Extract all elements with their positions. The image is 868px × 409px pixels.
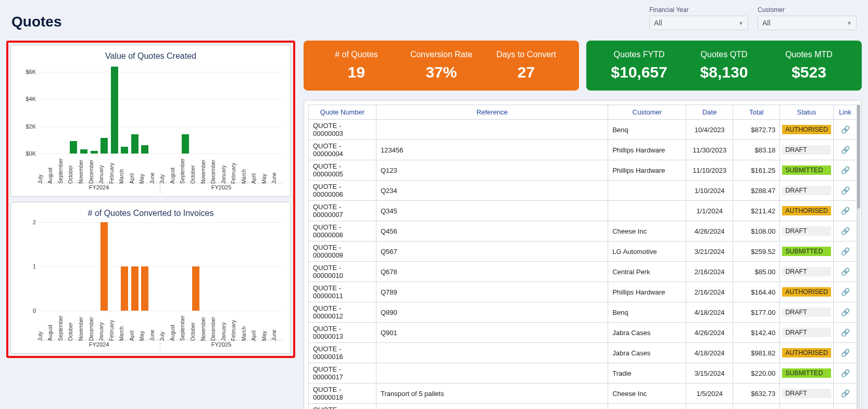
- table-row[interactable]: QUOTE - 00000010Q678Central Perk2/16/202…: [309, 262, 857, 282]
- table-row[interactable]: QUOTE - 00000020QF-1234Tradie2/2/2024$1,…: [309, 404, 857, 410]
- table-row[interactable]: QUOTE - 00000008Q456Cheese Inc4/26/2024$…: [309, 221, 857, 241]
- link-icon[interactable]: 🔗: [841, 267, 850, 276]
- y-tick: 0: [17, 308, 36, 314]
- bar[interactable]: [100, 138, 108, 154]
- cell-link[interactable]: 🔗: [834, 363, 857, 384]
- link-icon[interactable]: 🔗: [841, 227, 850, 235]
- fy-group-label: FY2024: [38, 183, 160, 193]
- bar-slot: [140, 145, 150, 154]
- x-tick: November: [79, 311, 89, 340]
- link-icon[interactable]: 🔗: [841, 288, 850, 296]
- bar-slot: [119, 266, 130, 311]
- bar[interactable]: [141, 266, 148, 311]
- chart-title: # of Quotes Converted to Invoices: [17, 207, 284, 222]
- column-header[interactable]: Total: [733, 105, 780, 120]
- cell-status: AUTHORISED: [780, 343, 834, 363]
- cell-link[interactable]: 🔗: [834, 181, 857, 201]
- scrollbar[interactable]: [857, 105, 860, 409]
- status-badge: AUTHORISED: [782, 348, 831, 357]
- bar[interactable]: [80, 149, 87, 154]
- cell-customer: Benq: [608, 302, 686, 323]
- link-icon[interactable]: 🔗: [841, 349, 850, 357]
- status-badge: SUBMITTED: [782, 247, 831, 256]
- x-tick: October: [69, 154, 79, 183]
- table-row[interactable]: QUOTE - 00000004123456Phillips Hardware1…: [309, 140, 857, 160]
- kpi-label: Days to Convert: [484, 50, 569, 59]
- cell-link[interactable]: 🔗: [834, 404, 857, 410]
- bar[interactable]: [192, 266, 199, 311]
- filter-customer-select[interactable]: All ▼: [758, 16, 857, 30]
- bar-slot: [181, 134, 191, 154]
- table-row[interactable]: QUOTE - 00000003Benq10/4/2023$872.73AUTH…: [309, 120, 857, 140]
- cell-link[interactable]: 🔗: [834, 282, 857, 302]
- table-row[interactable]: QUOTE - 00000005Q123Phillips Hardware11/…: [309, 160, 857, 181]
- bar[interactable]: [131, 266, 139, 311]
- table-row[interactable]: QUOTE - 00000006Q2341/10/2024$288.47DRAF…: [309, 181, 857, 201]
- link-icon[interactable]: 🔗: [841, 207, 850, 215]
- x-tick: January: [221, 311, 232, 340]
- cell-link[interactable]: 🔗: [834, 241, 857, 262]
- table-row[interactable]: QUOTE - 00000012Q890Benq4/18/2024$177.00…: [309, 302, 857, 323]
- chart-value-quotes[interactable]: Value of Quotes Created$0K$2K$4K$6KJulyA…: [10, 45, 291, 197]
- cell-status: AUTHORISED: [780, 282, 834, 302]
- link-icon[interactable]: 🔗: [841, 166, 850, 174]
- link-icon[interactable]: 🔗: [841, 389, 850, 398]
- cell-link[interactable]: 🔗: [834, 302, 857, 323]
- cell-reference: Q345: [376, 201, 608, 221]
- table-row[interactable]: QUOTE - 00000009Q567LG Automotive3/21/20…: [309, 241, 857, 262]
- x-tick: June: [150, 311, 160, 340]
- table-row[interactable]: QUOTE - 00000018Transport of 5 palletsCh…: [309, 384, 857, 404]
- filter-customer-label: Customer: [758, 6, 857, 14]
- table-row[interactable]: QUOTE - 00000013Q901Jabra Cases4/26/2024…: [309, 323, 857, 343]
- y-tick: 1: [17, 263, 36, 270]
- cell-link[interactable]: 🔗: [834, 160, 857, 181]
- column-header[interactable]: Status: [780, 105, 834, 120]
- column-header[interactable]: Link: [834, 105, 857, 120]
- bar[interactable]: [141, 145, 148, 154]
- cell-total: $83.18: [733, 140, 780, 160]
- cell-link[interactable]: 🔗: [834, 343, 857, 363]
- x-tick: August: [170, 154, 181, 183]
- link-icon[interactable]: 🔗: [841, 308, 850, 316]
- bar[interactable]: [121, 147, 128, 154]
- column-header[interactable]: Date: [686, 105, 733, 120]
- table-row[interactable]: QUOTE - 00000017Tradie3/15/2024$220.00SU…: [309, 363, 857, 384]
- cell-date: 2/16/2024: [686, 262, 733, 282]
- cell-status: AUTHORISED: [780, 120, 834, 140]
- cell-link[interactable]: 🔗: [834, 221, 857, 241]
- y-tick: $0K: [17, 150, 36, 157]
- bar[interactable]: [111, 67, 118, 154]
- cell-link[interactable]: 🔗: [834, 384, 857, 404]
- column-header[interactable]: Customer: [608, 105, 686, 120]
- kpi-item: Days to Convert27: [484, 50, 569, 81]
- bar[interactable]: [121, 266, 128, 311]
- cell-link[interactable]: 🔗: [834, 323, 857, 343]
- cell-date: 4/26/2024: [686, 323, 733, 343]
- table-row[interactable]: QUOTE - 00000016Jabra Cases4/18/2024$981…: [309, 343, 857, 363]
- bar[interactable]: [100, 222, 108, 311]
- bar[interactable]: [131, 134, 139, 154]
- link-icon[interactable]: 🔗: [841, 125, 850, 134]
- cell-link[interactable]: 🔗: [834, 262, 857, 282]
- filter-fy-select[interactable]: All ▼: [649, 16, 748, 30]
- link-icon[interactable]: 🔗: [841, 186, 850, 195]
- scrollbar-thumb[interactable]: [857, 105, 860, 209]
- bar[interactable]: [70, 141, 77, 154]
- cell-quote-number: QUOTE - 00000017: [309, 363, 376, 384]
- column-header[interactable]: Quote Number: [309, 105, 376, 120]
- link-icon[interactable]: 🔗: [841, 146, 850, 154]
- table-row[interactable]: QUOTE - 00000007Q3451/1/2024$211.42AUTHO…: [309, 201, 857, 221]
- cell-status: DRAFT: [780, 262, 834, 282]
- cell-date: 11/30/2023: [686, 140, 733, 160]
- column-header[interactable]: Reference: [376, 105, 608, 120]
- cell-link[interactable]: 🔗: [834, 120, 857, 140]
- cell-link[interactable]: 🔗: [834, 201, 857, 221]
- link-icon[interactable]: 🔗: [841, 247, 850, 255]
- link-icon[interactable]: 🔗: [841, 369, 850, 377]
- cell-link[interactable]: 🔗: [834, 140, 857, 160]
- bar[interactable]: [182, 134, 189, 154]
- chart-converted-invoices[interactable]: # of Quotes Converted to Invoices012July…: [10, 202, 291, 354]
- kpi-card-orange: # of Quotes19Conversion Rate37%Days to C…: [304, 41, 579, 91]
- table-row[interactable]: QUOTE - 00000011Q789Phillips Hardware2/1…: [309, 282, 857, 302]
- link-icon[interactable]: 🔗: [841, 328, 850, 337]
